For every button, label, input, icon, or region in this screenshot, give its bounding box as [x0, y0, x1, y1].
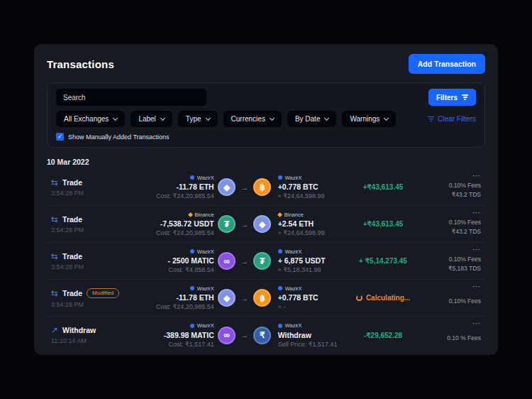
- arrow-right-icon: →: [240, 294, 248, 302]
- exchange-name: WazirX: [285, 175, 302, 181]
- out-coin-icon: ₮: [218, 215, 235, 233]
- more-menu-icon[interactable]: ⋯: [472, 282, 481, 291]
- trade-icon: ⇆: [51, 289, 58, 297]
- exchange-name: Binance: [284, 212, 304, 218]
- gain-value: +₹43,613.45: [363, 183, 404, 191]
- chevron-down-icon: [113, 115, 118, 120]
- arrow-right-icon: →: [240, 183, 248, 192]
- arrow-right-icon: →: [240, 220, 248, 229]
- in-value: Sell Price: ₹1,517.41: [278, 341, 338, 348]
- filters-button-label: Filters: [436, 94, 458, 102]
- transaction-list: ⇆ Trade 3:54:28 PM WazirX -11.78 ETH Cos…: [47, 169, 485, 354]
- dropdown-warnings[interactable]: Warnings: [342, 111, 396, 127]
- transaction-type-label: Trade: [62, 215, 82, 224]
- out-cost: Cost: ₹1,517.41: [168, 341, 214, 348]
- more-menu-icon[interactable]: ⋯: [472, 245, 481, 254]
- out-amount: -389.98 MATIC: [164, 331, 214, 339]
- more-menu-icon[interactable]: ⋯: [472, 171, 481, 180]
- gain-value: Calculating...: [366, 294, 410, 302]
- gain-value: + ₹5,14,273.45: [359, 257, 407, 265]
- exchange-icon: [190, 324, 194, 328]
- exchange-name: WazirX: [197, 248, 214, 255]
- show-manual-label: Show Manually Added Transactions: [68, 133, 170, 141]
- dropdown-currencies[interactable]: Currencies: [223, 111, 282, 127]
- exchange-name: WazirX: [197, 285, 214, 292]
- tds-line: ₹5,183 TDS: [448, 265, 481, 272]
- chevron-down-icon: [160, 115, 165, 120]
- exchange-icon: [278, 286, 282, 290]
- exchange-icon: [277, 212, 282, 217]
- transaction-type-label: Trade: [62, 252, 82, 261]
- modified-badge: Modified: [87, 288, 119, 298]
- more-menu-icon[interactable]: ⋯: [472, 208, 481, 217]
- trade-icon: ⇆: [51, 178, 58, 187]
- exchange-icon: [190, 175, 194, 180]
- chevron-down-icon: [205, 115, 210, 120]
- in-coin-icon: ฿: [253, 178, 271, 196]
- out-cost: Cost: ₹24,20,985.54: [156, 303, 214, 310]
- page-title: Transactions: [47, 58, 114, 70]
- in-amount: + 6,875 USDT: [278, 256, 326, 265]
- transaction-type-label: Withdraw: [62, 326, 96, 334]
- show-manual-checkbox[interactable]: ✓: [56, 133, 64, 141]
- search-input[interactable]: [56, 89, 206, 106]
- transaction-row[interactable]: ⇆ Trade 3:54:28 PM WazirX - 2500 MATIC C…: [47, 243, 485, 280]
- clear-filters-button[interactable]: Clear Filters: [428, 115, 476, 123]
- dropdown-by-date[interactable]: By Date: [287, 111, 337, 127]
- exchange-name: WazirX: [285, 285, 302, 292]
- withdraw-icon: ↗: [51, 326, 58, 334]
- transactions-card: Transactions Add Transaction Filters All…: [34, 44, 498, 355]
- gain-value: +₹43,613.45: [363, 220, 404, 228]
- exchange-icon: [278, 324, 282, 328]
- transaction-type-label: Trade: [62, 178, 82, 187]
- filters-button[interactable]: Filters: [428, 89, 476, 106]
- exchange-name: WazirX: [285, 248, 302, 255]
- exchange-name: WazirX: [197, 322, 214, 329]
- tds-line: ₹43.2 TDS: [452, 228, 481, 235]
- arrow-right-icon: →: [240, 257, 248, 266]
- in-amount: +0.778 BTC: [278, 293, 318, 302]
- transaction-time: 3:54:28 PM: [51, 301, 155, 308]
- transaction-time: 3:54:28 PM: [51, 263, 155, 270]
- date-header: 10 Mar 2022: [47, 158, 485, 166]
- chevron-down-icon: [384, 115, 389, 120]
- transaction-time: 3:54:28 PM: [51, 226, 155, 234]
- dropdown-label[interactable]: Label: [131, 111, 172, 127]
- out-amount: -7,538.72 USDT: [160, 219, 214, 228]
- more-menu-icon[interactable]: ⋯: [472, 319, 481, 328]
- transaction-row[interactable]: ↗ Withdraw 11:10:14 AM WazirX -389.98 MA…: [47, 317, 485, 354]
- transaction-type-label: Trade: [62, 289, 82, 297]
- transaction-row[interactable]: ⇆ Trade 3:54:28 PM WazirX -11.78 ETH Cos…: [47, 169, 485, 206]
- chevron-down-icon: [270, 115, 275, 120]
- out-amount: -11.78 ETH: [177, 182, 214, 191]
- add-transaction-button[interactable]: Add Transaction: [409, 54, 485, 74]
- in-amount: +0.778 BTC: [278, 182, 318, 191]
- exchange-icon: [278, 249, 282, 253]
- exchange-name: WazirX: [197, 175, 214, 181]
- out-cost: Cost: ₹24,20,985.54: [156, 229, 214, 236]
- card-header: Transactions Add Transaction: [47, 54, 485, 74]
- in-value: ≈ -: [278, 303, 285, 310]
- in-amount: Withdraw: [278, 331, 311, 339]
- exchange-icon: [278, 175, 282, 180]
- transaction-row[interactable]: ⇆ Trade Modified 3:54:28 PM WazirX -11.7…: [47, 280, 485, 317]
- exchange-icon: [188, 212, 193, 217]
- out-coin-icon: ∞: [218, 252, 235, 270]
- fee-line: 0.10% Fees: [449, 297, 481, 305]
- transaction-time: 11:10:14 AM: [51, 337, 155, 344]
- fee-line: 0.10% Fees: [449, 219, 481, 226]
- in-coin-icon: ₮: [253, 252, 271, 270]
- in-coin-icon: ₹: [253, 327, 271, 344]
- dropdown-all-exchanges[interactable]: All Exchanges: [56, 111, 125, 127]
- dropdown-type[interactable]: Type: [178, 111, 218, 127]
- transaction-row[interactable]: ⇆ Trade 3:54:28 PM Binance -7,538.72 USD…: [47, 206, 485, 243]
- tds-line: ₹43.2 TDS: [452, 191, 481, 198]
- out-coin-icon: ◆: [218, 178, 235, 196]
- fee-line: 0.10 % Fees: [447, 334, 481, 341]
- spinner-icon: [356, 295, 362, 301]
- in-value: ≈ ₹5,18,341.99: [278, 266, 321, 273]
- clear-filter-icon: [428, 116, 434, 122]
- arrow-right-icon: →: [240, 331, 248, 339]
- trade-icon: ⇆: [51, 252, 58, 261]
- out-coin-icon: ◆: [218, 289, 235, 307]
